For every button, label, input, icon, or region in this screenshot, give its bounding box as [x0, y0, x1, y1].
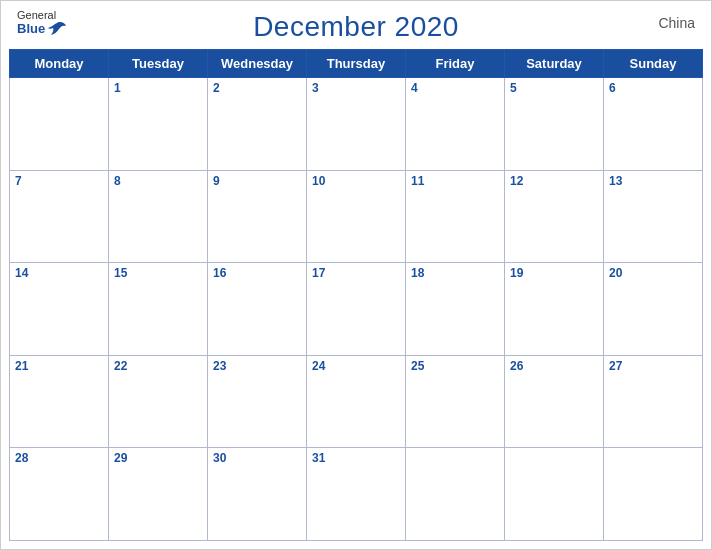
calendar-cell: 5 [505, 78, 604, 171]
weekday-header-wednesday: Wednesday [208, 50, 307, 78]
calendar-cell: 15 [109, 263, 208, 356]
logo-blue-text: Blue [17, 22, 45, 36]
weekday-header-friday: Friday [406, 50, 505, 78]
day-number: 26 [510, 359, 523, 373]
calendar-cell: 28 [10, 448, 109, 541]
country-label: China [658, 15, 695, 31]
week-row-2: 14151617181920 [10, 263, 703, 356]
weekday-header-row: MondayTuesdayWednesdayThursdayFridaySatu… [10, 50, 703, 78]
day-content [15, 373, 103, 428]
day-content [411, 95, 499, 150]
day-content [312, 373, 400, 428]
calendar-cell: 7 [10, 170, 109, 263]
calendar-cell: 8 [109, 170, 208, 263]
calendar-cell: 9 [208, 170, 307, 263]
calendar-cell: 26 [505, 355, 604, 448]
day-content [114, 95, 202, 150]
day-content [510, 280, 598, 335]
day-number: 13 [609, 174, 622, 188]
day-content [114, 465, 202, 520]
calendar-cell: 1 [109, 78, 208, 171]
day-number: 24 [312, 359, 325, 373]
calendar-cell: 20 [604, 263, 703, 356]
calendar-thead: MondayTuesdayWednesdayThursdayFridaySatu… [10, 50, 703, 78]
calendar-cell [10, 78, 109, 171]
day-content [609, 188, 697, 243]
day-number: 25 [411, 359, 424, 373]
day-content [213, 188, 301, 243]
calendar-cell: 24 [307, 355, 406, 448]
calendar-cell: 14 [10, 263, 109, 356]
day-content [15, 280, 103, 335]
day-number: 18 [411, 266, 424, 280]
weekday-header-monday: Monday [10, 50, 109, 78]
calendar-cell: 31 [307, 448, 406, 541]
day-number: 29 [114, 451, 127, 465]
calendar-cell: 29 [109, 448, 208, 541]
calendar-cell: 16 [208, 263, 307, 356]
day-number: 20 [609, 266, 622, 280]
calendar-table: MondayTuesdayWednesdayThursdayFridaySatu… [9, 49, 703, 541]
day-content [114, 373, 202, 428]
calendar-cell: 3 [307, 78, 406, 171]
weekday-header-thursday: Thursday [307, 50, 406, 78]
day-number: 15 [114, 266, 127, 280]
calendar-cell: 12 [505, 170, 604, 263]
day-number: 16 [213, 266, 226, 280]
calendar-cell [604, 448, 703, 541]
day-number: 22 [114, 359, 127, 373]
day-content [411, 280, 499, 335]
calendar-cell: 18 [406, 263, 505, 356]
calendar-cell: 19 [505, 263, 604, 356]
calendar-cell: 13 [604, 170, 703, 263]
day-number: 23 [213, 359, 226, 373]
day-number: 31 [312, 451, 325, 465]
calendar-cell [406, 448, 505, 541]
calendar-table-wrapper: MondayTuesdayWednesdayThursdayFridaySatu… [1, 49, 711, 549]
day-number: 7 [15, 174, 22, 188]
calendar-tbody: 1234567891011121314151617181920212223242… [10, 78, 703, 541]
day-number: 10 [312, 174, 325, 188]
day-content [15, 465, 103, 520]
day-number: 17 [312, 266, 325, 280]
day-content [15, 188, 103, 243]
calendar-cell: 25 [406, 355, 505, 448]
month-title: December 2020 [253, 11, 459, 43]
calendar-cell: 21 [10, 355, 109, 448]
day-content [312, 95, 400, 150]
day-content [114, 188, 202, 243]
calendar-cell [505, 448, 604, 541]
day-content [609, 373, 697, 428]
calendar-cell: 23 [208, 355, 307, 448]
calendar-cell: 11 [406, 170, 505, 263]
day-number: 2 [213, 81, 220, 95]
day-content [411, 188, 499, 243]
calendar-header: General Blue December 2020 China [1, 1, 711, 49]
day-content [609, 280, 697, 335]
weekday-header-saturday: Saturday [505, 50, 604, 78]
day-number: 3 [312, 81, 319, 95]
day-content [510, 373, 598, 428]
day-content [510, 95, 598, 150]
week-row-4: 28293031 [10, 448, 703, 541]
calendar-cell: 17 [307, 263, 406, 356]
day-number: 21 [15, 359, 28, 373]
weekday-header-tuesday: Tuesday [109, 50, 208, 78]
day-number: 6 [609, 81, 616, 95]
weekday-header-sunday: Sunday [604, 50, 703, 78]
logo-general-text: General [17, 9, 67, 21]
day-number: 12 [510, 174, 523, 188]
day-content [312, 465, 400, 520]
calendar-cell: 27 [604, 355, 703, 448]
logo-area: General Blue [17, 9, 67, 37]
day-number: 11 [411, 174, 424, 188]
day-number: 14 [15, 266, 28, 280]
day-content [411, 373, 499, 428]
calendar: General Blue December 2020 China MondayT… [0, 0, 712, 550]
day-content [213, 465, 301, 520]
week-row-3: 21222324252627 [10, 355, 703, 448]
day-number: 8 [114, 174, 121, 188]
day-content [114, 280, 202, 335]
day-content [213, 95, 301, 150]
calendar-cell: 2 [208, 78, 307, 171]
